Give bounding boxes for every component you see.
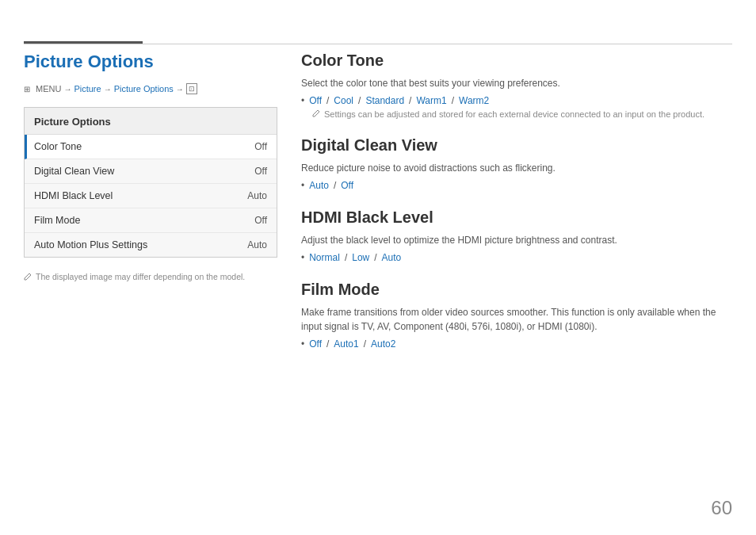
option-link[interactable]: Auto <box>309 180 329 191</box>
section-hdmi-black-level: HDMI Black Level Adjust the black level … <box>301 208 732 263</box>
option-link[interactable]: Auto2 <box>371 338 395 350</box>
footnote: The displayed image may differ depending… <box>24 272 277 282</box>
option-link[interactable]: Auto1 <box>334 338 358 350</box>
section-options: Normal / Low / Auto <box>301 252 732 263</box>
option-separator: / <box>334 180 336 191</box>
breadcrumb-arrow3: → <box>176 85 184 94</box>
option-separator: / <box>345 252 347 263</box>
option-link[interactable]: Low <box>352 252 369 263</box>
menu-item-value: Auto <box>247 239 267 250</box>
right-panel: Color Tone Select the color tone that be… <box>301 52 732 367</box>
breadcrumb-link1[interactable]: Picture <box>74 84 101 94</box>
section-options: Auto / Off <box>301 180 732 191</box>
menu-item-value: Off <box>254 215 267 226</box>
menu-item-name: Auto Motion Plus Settings <box>34 239 147 250</box>
breadcrumb-link2[interactable]: Picture Options <box>114 84 174 94</box>
section-desc: Make frame transitions from older video … <box>301 305 732 334</box>
section-title: Film Mode <box>301 281 732 299</box>
option-separator: / <box>358 95 361 106</box>
menu-item-name: Color Tone <box>34 141 82 152</box>
menu-icon: ⊞ <box>24 85 30 94</box>
page-title: Picture Options <box>24 52 277 72</box>
note-pencil-icon <box>312 109 320 119</box>
menu-item-value: Auto <box>247 190 267 201</box>
menu-item[interactable]: Film Mode Off <box>25 208 277 233</box>
option-link[interactable]: Off <box>341 180 353 191</box>
section-film-mode: Film Mode Make frame transitions from ol… <box>301 281 732 350</box>
section-title: Color Tone <box>301 52 732 70</box>
breadcrumb-end-icon: ⊡ <box>186 83 197 94</box>
menu-item-value: Off <box>254 141 267 152</box>
section-options: Off / Cool / Standard / Warm1 / Warm2 <box>301 95 732 106</box>
section-options: Off / Auto1 / Auto2 <box>301 338 732 350</box>
option-separator: / <box>364 338 366 350</box>
option-separator: / <box>326 338 329 350</box>
menu-items-container: Color Tone Off Digital Clean View Off HD… <box>25 135 277 257</box>
menu-box: Picture Options Color Tone Off Digital C… <box>24 107 277 258</box>
option-separator: / <box>374 252 376 263</box>
section-note: Settings can be adjusted and stored for … <box>312 109 732 119</box>
option-link[interactable]: Cool <box>334 95 353 106</box>
breadcrumb-arrow1: → <box>63 85 71 94</box>
breadcrumb-menu: MENU <box>36 84 61 94</box>
menu-box-title: Picture Options <box>25 108 277 135</box>
menu-item[interactable]: Auto Motion Plus Settings Auto <box>25 233 277 257</box>
menu-item-value: Off <box>254 166 267 177</box>
note-text: Settings can be adjusted and stored for … <box>324 109 704 119</box>
breadcrumb: ⊞ MENU → Picture → Picture Options → ⊡ <box>24 83 277 94</box>
option-link[interactable]: Warm1 <box>416 95 446 106</box>
section-title: Digital Clean View <box>301 136 732 155</box>
option-link[interactable]: Off <box>309 338 322 350</box>
top-divider <box>24 44 732 44</box>
section-title: HDMI Black Level <box>301 208 732 227</box>
sections-container: Color Tone Select the color tone that be… <box>301 52 732 350</box>
option-separator: / <box>326 95 329 106</box>
section-desc: Reduce picture noise to avoid distractio… <box>301 161 732 175</box>
menu-item-name: Digital Clean View <box>34 166 114 177</box>
menu-item[interactable]: HDMI Black Level Auto <box>25 184 277 208</box>
section-desc: Select the color tone that best suits yo… <box>301 76 732 90</box>
option-link[interactable]: Normal <box>309 252 340 263</box>
breadcrumb-arrow2: → <box>104 85 112 94</box>
option-link[interactable]: Standard <box>365 95 404 106</box>
menu-item-name: HDMI Black Level <box>34 190 113 201</box>
footnote-text: The displayed image may differ depending… <box>36 272 245 281</box>
section-color-tone: Color Tone Select the color tone that be… <box>301 52 732 119</box>
option-link[interactable]: Off <box>309 95 322 106</box>
left-panel: Picture Options ⊞ MENU → Picture → Pictu… <box>24 52 277 282</box>
pencil-icon <box>24 273 32 282</box>
menu-item[interactable]: Color Tone Off <box>25 135 277 159</box>
menu-item[interactable]: Digital Clean View Off <box>25 159 277 184</box>
section-digital-clean-view: Digital Clean View Reduce picture noise … <box>301 136 732 191</box>
menu-item-name: Film Mode <box>34 215 80 226</box>
section-desc: Adjust the black level to optimize the H… <box>301 233 732 247</box>
page-number: 60 <box>711 497 732 519</box>
option-separator: / <box>452 95 454 106</box>
option-link[interactable]: Auto <box>382 252 402 263</box>
option-separator: / <box>409 95 411 106</box>
option-link[interactable]: Warm2 <box>459 95 489 106</box>
